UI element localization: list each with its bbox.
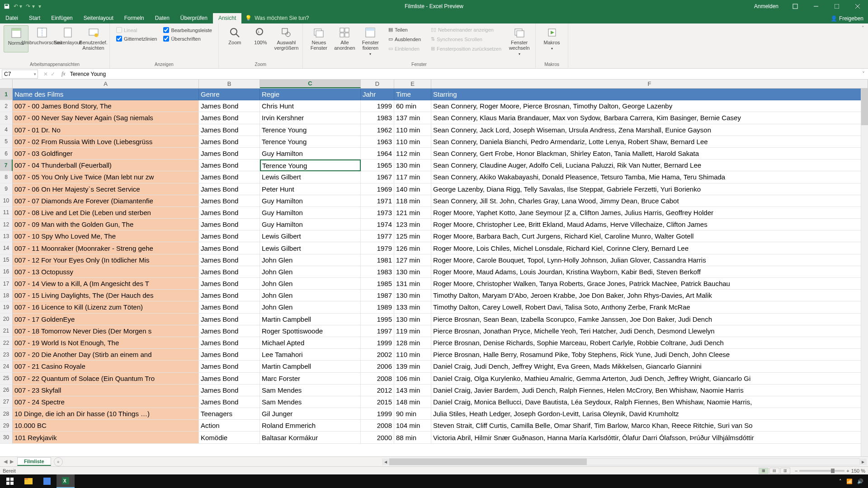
cell[interactable]: 121 min — [394, 207, 431, 219]
tab-datei[interactable]: Datei — [0, 13, 24, 23]
cell[interactable]: Genre — [199, 89, 260, 100]
row-header[interactable]: 8 — [0, 171, 13, 183]
cell[interactable]: James Bond — [199, 325, 260, 337]
cell[interactable]: 127 min — [394, 254, 431, 266]
cell[interactable]: Daniel Craig, Judi Dench, Jeffrey Wright… — [431, 361, 868, 372]
cell[interactable]: 1987 — [361, 290, 394, 301]
cell[interactable]: Victoria Abril, Hilmir Snær Guðnason, Ha… — [431, 432, 868, 443]
cell[interactable]: James Bond — [199, 124, 260, 136]
cell[interactable]: 007 - 00 Never Say Never Again (Sag niem… — [13, 112, 199, 124]
cell[interactable]: Steven Strait, Cliff Curtis, Camilla Bel… — [431, 420, 868, 432]
cell[interactable]: James Bond — [199, 361, 260, 372]
cell[interactable]: James Bond — [199, 171, 260, 183]
cell[interactable]: 1999 — [361, 408, 394, 420]
cell[interactable]: Sean Connery, Jill St. John, Charles Gra… — [431, 195, 868, 207]
select-all-corner[interactable] — [0, 80, 13, 89]
tab-formeln[interactable]: Formeln — [119, 13, 150, 23]
row-header[interactable]: 27 — [0, 396, 13, 408]
start-button[interactable] — [1, 474, 19, 488]
sheet-nav-next-icon[interactable]: ▶ — [10, 459, 14, 465]
save-icon[interactable] — [4, 3, 10, 9]
tab-daten[interactable]: Daten — [150, 13, 175, 23]
row-header[interactable]: 7 — [0, 160, 13, 171]
cell[interactable]: 110 min — [394, 349, 431, 361]
cell[interactable]: 007 - 12 For Your Eyes Only (In tödliche… — [13, 254, 199, 266]
row-header[interactable]: 10 — [0, 195, 13, 207]
cell[interactable]: Jahr — [361, 89, 394, 100]
cell[interactable]: Roger Moore, Lois Chiles, Michel Lonsdal… — [431, 242, 868, 254]
row-header[interactable]: 3 — [0, 112, 13, 124]
cell[interactable]: Regie — [260, 89, 361, 100]
cell[interactable]: 007 - 03 Goldfinger — [13, 148, 199, 160]
qat-customize-icon[interactable]: ▾ — [38, 3, 41, 9]
cell[interactable]: 1995 — [361, 314, 394, 325]
cell[interactable]: Time — [394, 89, 431, 100]
cell[interactable]: 1983 — [361, 266, 394, 278]
cell[interactable]: 118 min — [394, 195, 431, 207]
cell[interactable]: 007 - 02 From Russia With Love (Liebesgr… — [13, 136, 199, 148]
cell[interactable]: James Bond — [199, 290, 260, 301]
col-header-C[interactable]: C — [260, 80, 361, 88]
cell[interactable]: James Bond — [199, 148, 260, 160]
cell[interactable]: Sam Mendes — [260, 385, 361, 396]
cell[interactable]: James Bond — [199, 136, 260, 148]
cell[interactable]: 1979 — [361, 242, 394, 254]
cell[interactable]: 10.000 BC — [13, 420, 199, 432]
tab-start[interactable]: Start — [24, 13, 46, 23]
cell[interactable]: 140 min — [394, 183, 431, 195]
headings-checkbox[interactable]: Überschriften — [163, 36, 212, 42]
cell[interactable]: 1973 — [361, 207, 394, 219]
redo-icon[interactable]: ↷ ▾ — [26, 3, 34, 9]
tab-einfuegen[interactable]: Einfügen — [46, 13, 78, 23]
cell[interactable]: 007 - 06 On Her Majesty`s Secret Service — [13, 183, 199, 195]
cell[interactable]: 1967 — [361, 171, 394, 183]
cell[interactable]: James Bond — [199, 183, 260, 195]
cell[interactable]: Guy Hamilton — [260, 195, 361, 207]
cell[interactable]: 104 min — [394, 420, 431, 432]
row-header[interactable]: 12 — [0, 219, 13, 230]
cell[interactable]: 1974 — [361, 219, 394, 230]
row-header[interactable]: 2 — [0, 100, 13, 112]
cell[interactable]: 130 min — [394, 160, 431, 171]
sheet-tab-active[interactable]: Filmliste — [17, 457, 51, 466]
cell[interactable]: James Bond — [199, 314, 260, 325]
tray-up-icon[interactable]: ˄ — [839, 479, 842, 484]
horizontal-scrollbar[interactable]: ◀ ▶ — [389, 458, 860, 465]
worksheet-grid[interactable]: A B C D E F 1 Name des Films Genre Regie… — [0, 80, 868, 456]
cell[interactable]: James Bond — [199, 195, 260, 207]
cell[interactable]: Timothy Dalton, Maryam D'Abo, Jeroen Kra… — [431, 290, 868, 301]
arrange-all-button[interactable]: Alle anordnen — [332, 25, 357, 58]
cell[interactable]: James Bond — [199, 349, 260, 361]
cell[interactable]: 007 - 13 Octopussy — [13, 266, 199, 278]
cell[interactable]: James Bond — [199, 219, 260, 230]
cell[interactable]: Roland Emmerich — [260, 420, 361, 432]
cell[interactable]: 130 min — [394, 314, 431, 325]
cell[interactable]: 2002 — [361, 349, 394, 361]
row-header[interactable]: 22 — [0, 337, 13, 349]
cell[interactable]: 007 - 07 Diamonds Are Forever (Diamanten… — [13, 195, 199, 207]
normal-view-button[interactable]: Normal — [4, 25, 28, 52]
vertical-scrollbar[interactable] — [861, 89, 868, 456]
col-header-E[interactable]: E — [394, 80, 431, 88]
cell[interactable]: 007 - 11 Moonraker (Moonraker - Streng g… — [13, 242, 199, 254]
row-header[interactable]: 28 — [0, 408, 13, 420]
row-header[interactable]: 29 — [0, 420, 13, 432]
cell[interactable]: Chris Hunt — [260, 100, 361, 112]
cell[interactable]: John Glen — [260, 266, 361, 278]
row-header[interactable]: 19 — [0, 301, 13, 313]
zoom-in-icon[interactable]: + — [846, 468, 849, 474]
cell[interactable]: 10 Dinge, die ich an Dir hasse (10 Thing… — [13, 408, 199, 420]
cell[interactable]: 007 - 05 You Only Live Twice (Man lebt n… — [13, 171, 199, 183]
cell[interactable]: James Bond — [199, 207, 260, 219]
col-header-D[interactable]: D — [361, 80, 394, 88]
cell[interactable]: 143 min — [394, 385, 431, 396]
row-header[interactable]: 20 — [0, 314, 13, 325]
cell[interactable]: Pierce Brosnan, Halle Berry, Rosamund Pi… — [431, 349, 868, 361]
row-header[interactable]: 24 — [0, 361, 13, 372]
cell[interactable]: 130 min — [394, 266, 431, 278]
zoom-button[interactable]: Zoom — [222, 25, 247, 52]
cell[interactable]: 007 - 14 View to a Kill, A (Im Angesicht… — [13, 278, 199, 290]
cell[interactable]: 1971 — [361, 195, 394, 207]
cell[interactable]: 007 - 19 World Is Not Enough, The — [13, 337, 199, 349]
cell[interactable]: 2006 — [361, 361, 394, 372]
